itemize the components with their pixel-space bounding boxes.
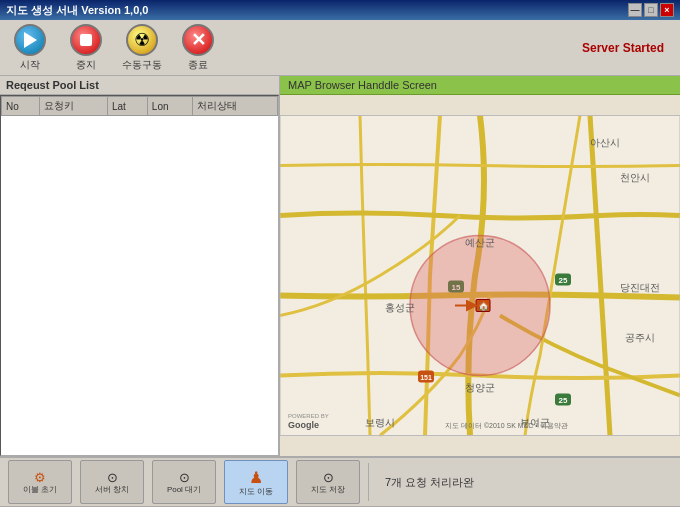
stop-button[interactable]: 중지 (64, 24, 108, 72)
map-save-label: 지도 저장 (311, 485, 345, 495)
map-move-label: 지도 이동 (239, 487, 273, 497)
end-button[interactable]: ✕ 종료 (176, 24, 220, 72)
map-save-icon: ⊙ (323, 470, 334, 485)
server-icon: ⊙ (107, 470, 118, 485)
svg-text:공주시: 공주시 (625, 332, 655, 343)
title-bar: 지도 생성 서내 Version 1,0,0 — □ × (0, 0, 680, 20)
minimize-button[interactable]: — (628, 3, 642, 17)
start-button[interactable]: 시작 (8, 24, 52, 72)
svg-text:당진대전: 당진대전 (620, 282, 660, 293)
auto-icon: ☢ (126, 24, 158, 56)
auto-button[interactable]: ☢ 수동구동 (120, 24, 164, 72)
svg-text:보령시: 보령시 (365, 417, 395, 428)
col-lon: Lon (147, 97, 192, 116)
pool-table-body (2, 116, 278, 416)
window-title: 지도 생성 서내 Version 1,0,0 (6, 3, 148, 18)
server-status: Server Started (582, 41, 664, 55)
svg-text:청양군: 청양군 (465, 382, 495, 393)
pool-list-header: Reqeust Pool List (0, 76, 279, 95)
col-key: 요청키 (39, 97, 107, 116)
map-move-button[interactable]: ♟ 지도 이동 (224, 460, 288, 504)
svg-text:천안시: 천안시 (620, 172, 650, 183)
stop-icon (70, 24, 102, 56)
col-lat: Lat (107, 97, 147, 116)
svg-text:25: 25 (559, 276, 568, 285)
close-button[interactable]: × (660, 3, 674, 17)
col-status: 처리상태 (192, 97, 277, 116)
server-button[interactable]: ⊙ 서버 창치 (80, 460, 144, 504)
map-container[interactable]: 15 25 25 151 🏠 (280, 95, 680, 456)
svg-text:151: 151 (420, 374, 432, 381)
svg-text:POWERED BY: POWERED BY (288, 413, 329, 419)
svg-text:아산시: 아산시 (590, 137, 620, 148)
map-save-button[interactable]: ⊙ 지도 저장 (296, 460, 360, 504)
svg-text:홍성군: 홍성군 (385, 302, 415, 313)
map-svg: 15 25 25 151 🏠 (280, 95, 680, 456)
init-icon: ⚙ (34, 470, 46, 485)
pool-label: Pool 대기 (167, 485, 201, 495)
svg-text:예산군: 예산군 (465, 237, 495, 248)
end-icon: ✕ (182, 24, 214, 56)
col-no: No (2, 97, 40, 116)
right-panel: MAP Browser Handdle Screen (280, 76, 680, 456)
start-icon (14, 24, 46, 56)
pool-button[interactable]: ⊙ Pool 대기 (152, 460, 216, 504)
stop-square-icon (80, 34, 92, 46)
svg-text:Google: Google (288, 420, 319, 430)
x-icon: ✕ (191, 31, 206, 49)
main-content: Reqeust Pool List No 요청키 Lat Lon 처리상태 (0, 76, 680, 456)
init-button[interactable]: ⚙ 이블 초기 (8, 460, 72, 504)
bottom-bar: ⚙ 이블 초기 ⊙ 서버 창치 ⊙ Pool 대기 ♟ 지도 이동 ⊙ 지도 저… (0, 456, 680, 506)
map-move-icon: ♟ (249, 468, 263, 487)
pool-icon: ⊙ (179, 470, 190, 485)
maximize-button[interactable]: □ (644, 3, 658, 17)
pool-table: No 요청키 Lat Lon 처리상태 (1, 96, 278, 416)
server-label: 서버 창치 (95, 485, 129, 495)
map-header: MAP Browser Handdle Screen (280, 76, 680, 95)
title-bar-buttons: — □ × (628, 3, 674, 17)
init-label: 이블 초기 (23, 485, 57, 495)
svg-text:🏠: 🏠 (478, 300, 490, 312)
svg-text:지도 데이터 ©2010 SK M&C • 이용약관: 지도 데이터 ©2010 SK M&C • 이용약관 (445, 422, 568, 430)
toolbar-buttons: 시작 중지 ☢ 수동구동 ✕ 종료 (8, 24, 220, 72)
separator (368, 463, 369, 501)
left-panel: Reqeust Pool List No 요청키 Lat Lon 처리상태 (0, 76, 280, 456)
svg-text:25: 25 (559, 396, 568, 405)
request-count: 7개 요청 처리라완 (385, 475, 672, 490)
toolbar: 시작 중지 ☢ 수동구동 ✕ 종료 Server Started (0, 20, 680, 76)
play-icon (24, 32, 37, 48)
pool-table-wrapper: No 요청키 Lat Lon 처리상태 (0, 95, 279, 456)
